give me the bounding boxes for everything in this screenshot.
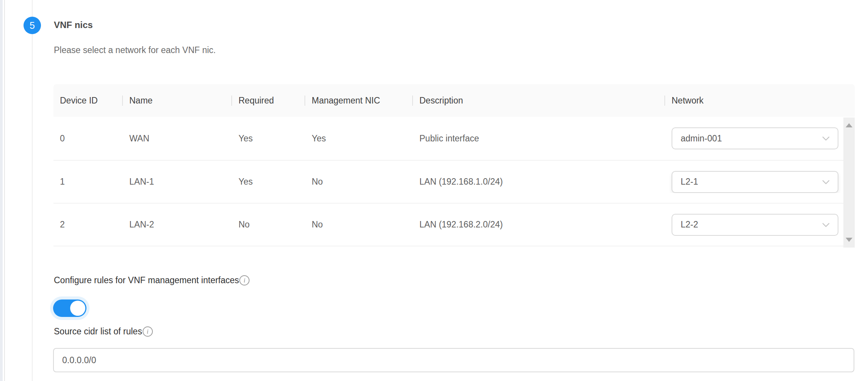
info-icon[interactable]: i — [143, 326, 153, 337]
configure-rules-label-text: Configure rules for VNF management inter… — [54, 275, 239, 285]
vnf-nics-step-page: 5 VNF nics Please select a network for e… — [0, 0, 868, 381]
step-connector-line — [32, 0, 33, 381]
cell-device-id: 0 — [53, 133, 123, 144]
table-body: 0 WAN Yes Yes Public interface admin-001… — [53, 117, 855, 246]
column-header-description: Description — [413, 96, 665, 106]
cell-required: Yes — [232, 133, 305, 144]
network-select-value: L2-1 — [681, 177, 698, 187]
toggle-knob — [70, 301, 85, 316]
cell-network: L2-2 — [665, 214, 855, 236]
step-number-badge: 5 — [24, 17, 41, 34]
step-number: 5 — [30, 20, 35, 31]
cell-description: Public interface — [413, 133, 665, 144]
cell-description: LAN (192.168.2.0/24) — [413, 220, 665, 230]
network-select[interactable]: L2-1 — [672, 171, 838, 193]
scroll-down-icon[interactable] — [846, 238, 852, 242]
cell-required: Yes — [232, 177, 305, 187]
column-header-name: Name — [123, 96, 232, 106]
table-row: 1 LAN-1 Yes No LAN (192.168.1.0/24) L2-1 — [53, 161, 855, 204]
network-select[interactable]: L2-2 — [672, 214, 838, 236]
cell-management-nic: No — [305, 177, 413, 187]
left-panel-edge — [0, 0, 3, 381]
vnf-nics-table: Device ID Name Required Management NIC D… — [53, 84, 855, 246]
cell-management-nic: No — [305, 220, 413, 230]
source-cidr-label-text: Source cidr list of rules — [54, 326, 142, 337]
source-cidr-input[interactable] — [53, 348, 854, 372]
network-select[interactable]: admin-001 — [672, 127, 838, 149]
configure-rules-toggle[interactable] — [53, 299, 86, 317]
chevron-down-icon — [821, 177, 831, 187]
cell-description: LAN (192.168.1.0/24) — [413, 177, 665, 187]
network-select-value: admin-001 — [681, 133, 722, 144]
configure-rules-label: Configure rules for VNF management inter… — [54, 275, 250, 285]
step-subtitle: Please select a network for each VNF nic… — [54, 45, 216, 55]
cell-network: admin-001 — [665, 127, 855, 149]
left-panel-border — [4, 0, 5, 381]
table-scrollbar[interactable] — [843, 118, 855, 248]
cell-name: LAN-1 — [123, 177, 232, 187]
column-header-network: Network — [665, 96, 855, 106]
cell-device-id: 2 — [53, 220, 123, 230]
chevron-down-icon — [821, 133, 831, 143]
chevron-down-icon — [821, 220, 831, 230]
info-icon[interactable]: i — [239, 275, 250, 285]
source-cidr-label: Source cidr list of rulesi — [54, 326, 153, 337]
column-header-management-nic: Management NIC — [305, 96, 413, 106]
column-header-required: Required — [232, 96, 305, 106]
table-header-row: Device ID Name Required Management NIC D… — [53, 84, 855, 117]
column-header-device-id: Device ID — [53, 96, 123, 106]
cell-device-id: 1 — [53, 177, 123, 187]
cell-network: L2-1 — [665, 171, 855, 193]
cell-management-nic: Yes — [305, 133, 413, 144]
scroll-up-icon[interactable] — [846, 123, 852, 127]
network-select-value: L2-2 — [681, 220, 698, 230]
step-title: VNF nics — [54, 20, 93, 30]
table-row: 2 LAN-2 No No LAN (192.168.2.0/24) L2-2 — [53, 204, 855, 246]
cell-name: WAN — [123, 133, 232, 144]
cell-required: No — [232, 220, 305, 230]
table-row: 0 WAN Yes Yes Public interface admin-001 — [53, 117, 855, 161]
cell-name: LAN-2 — [123, 220, 232, 230]
